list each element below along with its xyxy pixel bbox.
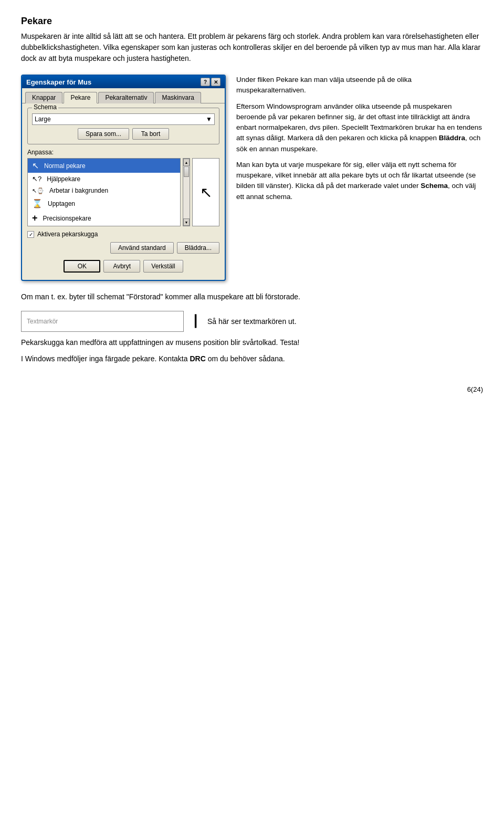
- cursor-icon-help: [32, 175, 41, 183]
- textmarkor-label: Textmarkör: [27, 318, 58, 325]
- dialog-body: Schema Large ▼ Spara som... Ta bort Anpa…: [22, 103, 225, 280]
- cursor-list-container: Normal pekare Hjälppekare Arbetar i bakg…: [27, 158, 219, 226]
- textmarkor-row: Textmarkör ┃ Så här ser textmarkören ut.: [21, 311, 483, 332]
- dialog-footer: OK Avbryt Verkställ: [27, 258, 219, 275]
- schema-value: Large: [35, 116, 51, 123]
- spara-som-button[interactable]: Spara som...: [78, 128, 129, 140]
- cursor-label-work: Arbetar i bakgrunden: [49, 187, 108, 194]
- bottom-p1: Om man t. ex. byter till schemat "Försto…: [21, 291, 483, 302]
- textmarkor-desc: Så här ser textmarkören ut.: [207, 317, 297, 326]
- scrollbar-thumb[interactable]: [184, 166, 189, 177]
- bladdra-button[interactable]: Bläddra...: [177, 242, 219, 254]
- cursor-label-help: Hjälppekare: [47, 175, 80, 183]
- dialog-window: Egenskaper för Mus ? ✕ Knappar Pekare Pe…: [21, 75, 226, 281]
- right-p3-bold: Schema: [421, 182, 448, 190]
- cursor-item-busy[interactable]: Upptagen: [28, 196, 180, 211]
- cursor-icon-precision: [32, 213, 38, 224]
- cursor-preview-icon: ↖: [200, 184, 212, 201]
- schema-combobox[interactable]: Large ▼: [32, 113, 215, 125]
- ok-button[interactable]: OK: [64, 260, 100, 273]
- bottom-p3-bold: DRC: [190, 354, 205, 363]
- cursor-icon-busy: [32, 198, 43, 208]
- tab-pekaralternativ[interactable]: Pekaralternativ: [98, 92, 154, 103]
- cursor-label-busy: Upptagen: [48, 200, 75, 207]
- page-title: Pekare: [21, 16, 483, 27]
- checkbox-row: ✓ Aktivera pekarskugga: [27, 231, 219, 238]
- cursor-item-help[interactable]: Hjälppekare: [28, 173, 180, 185]
- cursor-item-precision[interactable]: Precisionspekare: [28, 211, 180, 226]
- list-scrollbar[interactable]: ▲ ▼: [183, 158, 190, 226]
- textmarkor-cursor-icon: ┃: [192, 315, 199, 328]
- textmarkor-box: Textmarkör: [21, 311, 184, 332]
- tab-maskinvara[interactable]: Maskinvara: [155, 92, 201, 103]
- cursor-list[interactable]: Normal pekare Hjälppekare Arbetar i bakg…: [27, 158, 181, 226]
- intro-paragraph: Muspekaren är inte alltid så lätt att se…: [21, 31, 483, 64]
- cursor-icon-normal: [32, 161, 39, 171]
- anpassa-label: Anpassa:: [27, 149, 219, 156]
- schema-row: Large ▼: [32, 113, 215, 125]
- cursor-item-work[interactable]: Arbetar i bakgrunden: [28, 185, 180, 196]
- tab-pekare[interactable]: Pekare: [64, 92, 97, 103]
- schema-buttons: Spara som... Ta bort: [32, 128, 215, 140]
- avbryt-button[interactable]: Avbryt: [103, 260, 140, 273]
- dialog-title: Egenskaper för Mus: [26, 78, 91, 86]
- cursor-preview: ↖: [192, 158, 219, 226]
- scrollbar-track: [183, 166, 190, 218]
- combo-arrow-icon: ▼: [206, 116, 212, 123]
- pekarskugga-checkbox[interactable]: ✓: [27, 231, 34, 238]
- bottom-p3-text2: om du behöver sådana.: [206, 354, 285, 363]
- right-p1: Under fliken Pekare kan man välja utseen…: [236, 75, 483, 96]
- cursor-icon-work: [32, 187, 44, 194]
- cursor-label-normal: Normal pekare: [44, 162, 86, 170]
- right-p2: Eftersom Windowsprogram använder olika u…: [236, 101, 483, 154]
- close-button[interactable]: ✕: [211, 78, 220, 86]
- cursor-label-precision: Precisionspekare: [43, 215, 91, 222]
- bottom-p2: Pekarskugga kan medföra att uppfattninge…: [21, 337, 483, 348]
- page-number: 6(24): [21, 385, 483, 393]
- main-layout: Egenskaper för Mus ? ✕ Knappar Pekare Pe…: [21, 75, 483, 281]
- anvand-standard-button[interactable]: Använd standard: [110, 242, 174, 254]
- right-column-text: Under fliken Pekare kan man välja utseen…: [236, 75, 483, 281]
- pekarskugga-label: Aktivera pekarskugga: [37, 231, 98, 238]
- bottom-p3: I Windows medföljer inga färgade pekare.…: [21, 353, 483, 364]
- schema-group-label: Schema: [32, 103, 58, 111]
- right-p2-bold: Bläddra: [439, 134, 465, 142]
- titlebar-buttons: ? ✕: [201, 78, 220, 86]
- cursor-item-normal[interactable]: Normal pekare: [28, 159, 180, 173]
- schema-group: Schema Large ▼ Spara som... Ta bort: [27, 108, 219, 144]
- help-button[interactable]: ?: [201, 78, 210, 86]
- verkstall-button[interactable]: Verkställ: [143, 260, 183, 273]
- bottom-buttons-row: Använd standard Bläddra...: [27, 242, 219, 254]
- ta-bort-button[interactable]: Ta bort: [132, 128, 169, 140]
- dialog-tabs: Knappar Pekare Pekaralternativ Maskinvar…: [22, 88, 225, 103]
- bottom-p3-text1: I Windows medföljer inga färgade pekare.…: [21, 354, 190, 363]
- scrollbar-up-arrow[interactable]: ▲: [183, 159, 190, 166]
- dialog-titlebar: Egenskaper för Mus ? ✕: [22, 76, 225, 88]
- right-p3: Man kan byta ut varje muspekare för sig,…: [236, 160, 483, 202]
- scrollbar-down-arrow[interactable]: ▼: [183, 218, 190, 226]
- tab-knappar[interactable]: Knappar: [25, 92, 62, 103]
